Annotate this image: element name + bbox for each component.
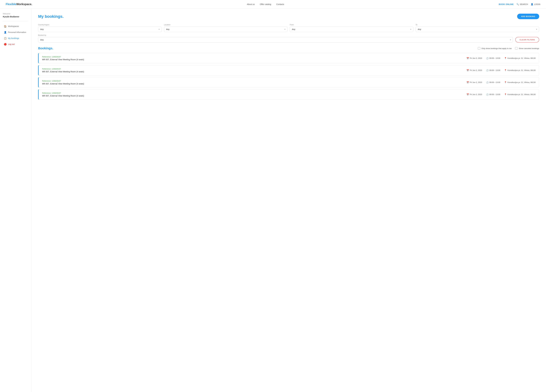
header: Flexible Workspace. About us Offer catal…: [0, 0, 546, 8]
booking-reference: Reference: 133629197: [42, 92, 464, 94]
location-pin-icon: 📍: [504, 81, 507, 84]
booked-by-select[interactable]: Any ▾: [38, 37, 513, 43]
sidebar-username: Kyrylo Budanov: [3, 15, 28, 18]
nav-contacts[interactable]: Contacts: [276, 3, 284, 5]
to-value: Any: [418, 28, 421, 30]
from-label: From: [290, 24, 413, 26]
booking-card[interactable]: Reference: 133629197 MR 007, External Vi…: [38, 65, 539, 76]
filter-to: To Any ▾: [416, 24, 539, 32]
nav-about[interactable]: About us: [247, 3, 255, 5]
booking-card[interactable]: Reference: 133629197 MR 007, External Vi…: [38, 77, 539, 88]
show-canceled-checkbox[interactable]: [515, 47, 518, 50]
login-button[interactable]: 👤 LOGIN: [531, 3, 540, 5]
book-online-button[interactable]: BOOK ONLINE: [499, 3, 514, 5]
clock-icon: 🕐: [486, 93, 488, 96]
date-value: Fri Jun 2, 2023: [470, 57, 482, 59]
home-icon: 🏠: [4, 25, 6, 28]
booking-time: 🕐 09:00 - 13:00: [486, 57, 500, 59]
sidebar-item-workspaces[interactable]: 🏠 Workspaces: [3, 24, 28, 29]
booking-info: Reference: 133629197 MR 007, External Vi…: [42, 68, 464, 73]
sidebar-item-logout[interactable]: 🔴 Log out: [3, 41, 28, 47]
apply-to-me-checkbox[interactable]: [478, 47, 480, 50]
bookings-controls: Only show bookings that apply to me Show…: [478, 47, 539, 50]
location-value: Konstitucijos pr. 21, Vilnius, 08130: [507, 69, 536, 71]
main-content: My bookings. ADD BOOKING Country/region …: [31, 8, 546, 392]
clear-filters-button[interactable]: CLEAR FILTERS: [515, 37, 539, 43]
location-pin-icon: 📍: [504, 57, 507, 59]
booking-list: Reference: 133629197 MR 007, External Vi…: [38, 53, 539, 100]
time-value: 09:00 - 13:00: [489, 81, 500, 84]
country-chevron-icon: ▾: [159, 28, 160, 30]
bookings-title: Bookings.: [38, 46, 53, 50]
location-label: Location: [164, 24, 287, 26]
booking-date: 📅 Fri Jun 2, 2023: [467, 57, 482, 59]
sidebar-label-logout: Log out: [8, 43, 15, 45]
search-icon: 🔍: [516, 3, 519, 5]
location-value: Konstitucijos pr. 21, Vilnius, 08130: [507, 81, 536, 84]
from-chevron-icon: ▾: [410, 28, 411, 30]
location-value: Konstitucijos pr. 21, Vilnius, 08130: [507, 57, 536, 59]
filter-location: Location Any ▾: [164, 24, 287, 32]
logout-icon: 🔴: [4, 43, 6, 45]
booking-location: 📍 Konstitucijos pr. 21, Vilnius, 08130: [504, 69, 536, 71]
booking-name: MR 007, External View Meeting Room (4 se…: [42, 83, 464, 85]
user-icon: 👤: [531, 3, 533, 5]
calendar-icon: 📅: [467, 69, 469, 71]
to-select[interactable]: Any ▾: [416, 26, 539, 32]
sidebar-item-bookings[interactable]: 📋 My bookings: [3, 36, 28, 41]
booking-card[interactable]: Reference: 133629197 MR 007, External Vi…: [38, 53, 539, 63]
location-select[interactable]: Any ▾: [164, 26, 287, 32]
booking-info: Reference: 133629197 MR 007, External Vi…: [42, 80, 464, 85]
sidebar-item-personal[interactable]: 👤 Personal information: [3, 30, 28, 35]
sidebar-label-bookings: My bookings: [8, 37, 19, 39]
toggle-apply-to-me[interactable]: Only show bookings that apply to me: [478, 47, 512, 50]
main-layout: Welcome! Kyrylo Budanov 🏠 Workspaces 👤 P…: [0, 8, 546, 392]
add-booking-button[interactable]: ADD BOOKING: [517, 14, 539, 19]
toggle-show-canceled[interactable]: Show canceled bookings: [515, 47, 539, 50]
date-value: Fri Jun 2, 2023: [470, 81, 482, 84]
booking-meta: 📅 Fri Jun 2, 2023 🕐 09:00 - 13:00 📍 Kons…: [467, 69, 536, 71]
booking-info: Reference: 133629197 MR 007, External Vi…: [42, 92, 464, 97]
location-pin-icon: 📍: [504, 93, 507, 96]
booking-card[interactable]: Reference: 133629197 MR 007, External Vi…: [38, 89, 539, 100]
filters-row-1: Country/region Any ▾ Location Any ▾ From…: [38, 24, 539, 32]
filter-country: Country/region Any ▾: [38, 24, 162, 32]
country-select[interactable]: Any ▾: [38, 26, 162, 32]
booked-by-label: Booked by: [38, 34, 513, 36]
logo: Flexible Workspace.: [6, 3, 32, 6]
booking-reference: Reference: 133629197: [42, 80, 464, 82]
booking-date: 📅 Fri Jun 2, 2023: [467, 93, 482, 96]
calendar-icon: 📅: [467, 81, 469, 84]
booking-date: 📅 Fri Jun 2, 2023: [467, 81, 482, 84]
nav-offer[interactable]: Offer catalog: [260, 3, 271, 5]
from-select[interactable]: Any ▾: [290, 26, 413, 32]
booking-reference: Reference: 133629197: [42, 56, 464, 58]
booked-by-chevron-icon: ▾: [510, 39, 511, 41]
date-value: Fri Jun 2, 2023: [470, 93, 482, 96]
calendar-icon: 📅: [467, 57, 469, 59]
location-pin-icon: 📍: [504, 69, 507, 71]
page-header: My bookings. ADD BOOKING: [38, 14, 539, 19]
location-value: Any: [166, 28, 169, 30]
sidebar-welcome: Welcome!: [3, 13, 28, 15]
header-actions: BOOK ONLINE 🔍 SEARCH 👤 LOGIN: [499, 3, 540, 5]
time-value: 09:00 - 13:00: [489, 57, 500, 59]
search-button[interactable]: 🔍 SEARCH: [516, 3, 528, 5]
booking-time: 🕐 09:00 - 13:00: [486, 93, 500, 96]
booking-meta: 📅 Fri Jun 2, 2023 🕐 09:00 - 13:00 📍 Kons…: [467, 57, 536, 59]
booking-reference: Reference: 133629197: [42, 68, 464, 70]
time-value: 09:00 - 13:00: [489, 93, 500, 96]
person-icon: 👤: [4, 31, 6, 33]
sidebar: Welcome! Kyrylo Budanov 🏠 Workspaces 👤 P…: [0, 8, 31, 392]
time-value: 09:00 - 13:00: [489, 69, 500, 71]
clock-icon: 🕐: [486, 57, 488, 59]
page-title: My bookings.: [38, 14, 64, 19]
to-label: To: [416, 24, 539, 26]
booking-meta: 📅 Fri Jun 2, 2023 🕐 09:00 - 13:00 📍 Kons…: [467, 93, 536, 96]
bookings-icon: 📋: [4, 37, 6, 39]
booking-name: MR 007, External View Meeting Room (4 se…: [42, 71, 464, 73]
country-label: Country/region: [38, 24, 162, 26]
booking-name: MR 007, External View Meeting Room (4 se…: [42, 58, 464, 61]
sidebar-label-workspaces: Workspaces: [8, 25, 19, 27]
sidebar-divider: [3, 21, 28, 21]
